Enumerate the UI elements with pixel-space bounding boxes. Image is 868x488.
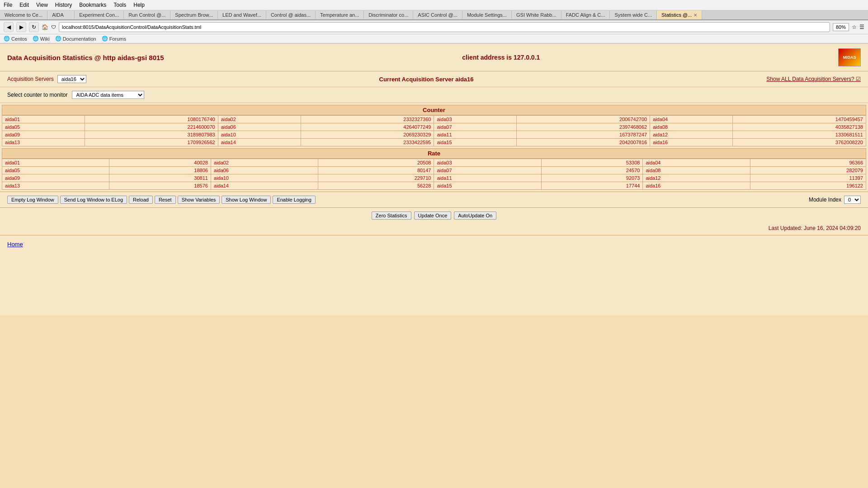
- tabs-bar: Welcome to Ce... AIDA Experiment Con... …: [0, 10, 868, 20]
- page-content: Data Acquisition Statistics @ http aidas…: [0, 44, 868, 315]
- cell-value: 20508: [318, 159, 434, 167]
- counter-select-label: Select counter to monitor: [7, 92, 67, 98]
- cell-value: 1709926562: [85, 139, 218, 146]
- home-browser-icon: 🏠: [42, 24, 48, 30]
- counter-section: Counter aida01 1080176740 aida02 2332327…: [0, 105, 868, 146]
- cell-name: aida07: [434, 167, 541, 174]
- table-row: aida01 40028 aida02 20508 aida03 53308 a…: [2, 159, 866, 167]
- cell-name: aida05: [2, 123, 85, 131]
- tab-discriminator[interactable]: Discriminator co...: [364, 10, 413, 19]
- cell-name: aida09: [2, 174, 109, 182]
- table-row: aida09 30811 aida10 229710 aida11 92073 …: [2, 174, 866, 182]
- cell-name: aida07: [434, 123, 517, 131]
- show-log-button[interactable]: Show Log Window: [222, 196, 271, 204]
- cell-value: 96366: [750, 159, 866, 167]
- auto-update-button[interactable]: AutoUpdate On: [454, 211, 496, 220]
- cell-value: 18806: [109, 167, 211, 174]
- menu-file[interactable]: File: [4, 2, 12, 8]
- update-row: Zero Statistics Update Once AutoUpdate O…: [0, 208, 868, 223]
- tab-runcontrol[interactable]: Run Control @...: [124, 10, 170, 19]
- tab-experiment[interactable]: Experiment Con...: [75, 10, 124, 19]
- globe-icon-docs: 🌐: [55, 36, 61, 42]
- cell-value: 92073: [541, 174, 643, 182]
- menu-view[interactable]: View: [36, 2, 48, 8]
- tab-gsi[interactable]: GSI White Rabb...: [512, 10, 561, 19]
- server-row: Acquisition Servers aida16 Current Acqui…: [0, 71, 868, 87]
- bookmark-wiki[interactable]: 🌐 Wiki: [33, 36, 50, 42]
- tab-spectrum[interactable]: Spectrum Brow...: [170, 10, 218, 19]
- tab-module[interactable]: Module Settings...: [462, 10, 512, 19]
- empty-log-button[interactable]: Empty Log Window: [7, 196, 58, 204]
- menu-help[interactable]: Help: [133, 2, 145, 8]
- tab-control[interactable]: Control @ aidas...: [266, 10, 316, 19]
- cell-name: aida10: [211, 174, 318, 182]
- send-log-button[interactable]: Send Log Window to ELog: [60, 196, 127, 204]
- tab-temperature[interactable]: Temperature an...: [316, 10, 364, 19]
- cell-name: aida04: [650, 116, 733, 123]
- cell-name: aida13: [2, 182, 109, 190]
- cell-name: aida08: [643, 167, 750, 174]
- menu-history[interactable]: History: [55, 2, 72, 8]
- enable-logging-button[interactable]: Enable Logging: [273, 196, 315, 204]
- cell-value: 80147: [318, 167, 434, 174]
- tab-statistics[interactable]: Statistics @... ✕: [657, 10, 702, 20]
- menu-tools[interactable]: Tools: [113, 2, 126, 8]
- cell-value: 1330681511: [733, 131, 866, 139]
- cell-name: aida05: [2, 167, 109, 174]
- left-buttons-group: Empty Log Window Send Log Window to ELog…: [7, 196, 316, 204]
- cell-name: aida06: [211, 167, 318, 174]
- cell-value: 1673787247: [517, 131, 650, 139]
- tab-aida[interactable]: AIDA: [47, 10, 75, 19]
- menu-edit[interactable]: Edit: [19, 2, 29, 8]
- cell-name: aida02: [211, 159, 318, 167]
- cell-name: aida08: [650, 123, 733, 131]
- tab-welcome[interactable]: Welcome to Ce...: [0, 10, 47, 19]
- module-index-area: Module Index 0: [809, 196, 861, 204]
- reload-browser-button[interactable]: ↻: [29, 22, 39, 32]
- server-select[interactable]: aida16: [57, 75, 86, 83]
- back-button[interactable]: ◀: [4, 22, 14, 32]
- home-link[interactable]: Home: [0, 237, 30, 251]
- module-index-select[interactable]: 0: [844, 196, 861, 204]
- globe-icon-wiki: 🌐: [33, 36, 39, 42]
- current-server-label: Current Acquisition Server aida16: [379, 76, 474, 83]
- reload-button[interactable]: Reload: [129, 196, 153, 204]
- show-variables-button[interactable]: Show Variables: [178, 196, 220, 204]
- buttons-row: Empty Log Window Send Log Window to ELog…: [0, 192, 868, 208]
- cell-value: 2397468062: [517, 123, 650, 131]
- tab-systemwide[interactable]: System wide C...: [610, 10, 657, 19]
- forward-button[interactable]: ▶: [16, 22, 26, 32]
- cell-name: aida13: [2, 139, 85, 146]
- address-bar: ◀ ▶ ↻ 🏠 🛡 80% ☆ ☰: [0, 20, 868, 34]
- rate-section: Rate aida01 40028 aida02 20508 aida03 53…: [0, 148, 868, 190]
- table-row: aida01 1080176740 aida02 2332327360 aida…: [2, 116, 866, 123]
- update-once-button[interactable]: Update Once: [414, 211, 452, 220]
- rate-section-header: Rate: [2, 148, 866, 159]
- cell-name: aida01: [2, 116, 85, 123]
- menu-bookmarks[interactable]: Bookmarks: [79, 2, 106, 8]
- tab-fadc[interactable]: FADC Align & C...: [561, 10, 610, 19]
- reset-button[interactable]: Reset: [155, 196, 176, 204]
- cell-name: aida16: [643, 182, 750, 190]
- cell-name: aida01: [2, 159, 109, 167]
- zero-statistics-button[interactable]: Zero Statistics: [372, 211, 411, 220]
- bookmark-centos[interactable]: 🌐 Centos: [4, 36, 27, 42]
- acquisition-servers-group: Acquisition Servers aida16: [7, 75, 86, 83]
- star-icon[interactable]: ☆: [852, 24, 857, 30]
- globe-icon-forums: 🌐: [102, 36, 108, 42]
- cell-name: aida12: [650, 131, 733, 139]
- bookmark-forums[interactable]: 🌐 Forums: [102, 36, 126, 42]
- counter-dropdown[interactable]: AIDA ADC data items: [72, 91, 144, 99]
- tab-asic[interactable]: ASIC Control @...: [413, 10, 462, 19]
- bookmark-documentation[interactable]: 🌐 Documentation: [55, 36, 96, 42]
- cell-value: 2214600070: [85, 123, 218, 131]
- cell-value: 40028: [109, 159, 211, 167]
- tab-close-icon[interactable]: ✕: [693, 13, 697, 18]
- show-all-servers-link[interactable]: Show ALL Data Acquisition Servers? ☑: [766, 76, 861, 82]
- address-input[interactable]: [59, 22, 830, 32]
- separator: [0, 235, 868, 235]
- menu-icon[interactable]: ☰: [859, 24, 864, 30]
- globe-icon: 🌐: [4, 36, 10, 42]
- cell-name: aida04: [643, 159, 750, 167]
- tab-led[interactable]: LED and Wavef...: [218, 10, 266, 19]
